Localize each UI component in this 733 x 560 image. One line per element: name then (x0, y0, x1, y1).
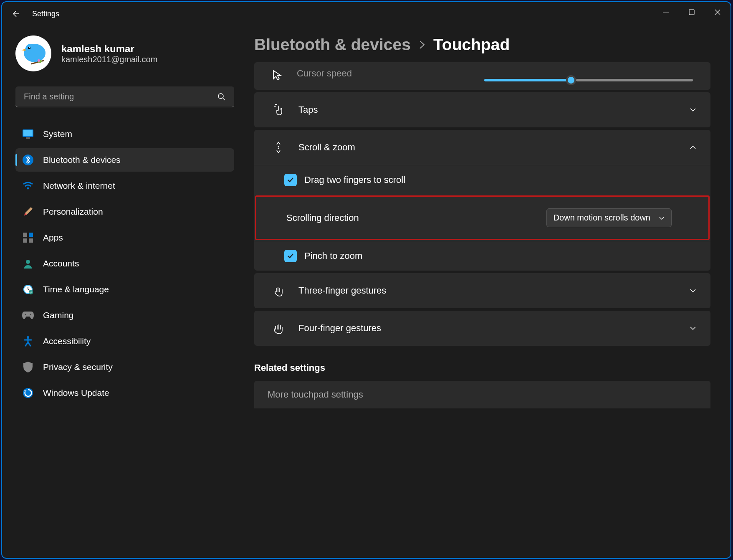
bluetooth-icon (22, 154, 34, 166)
avatar-bird-icon (15, 35, 51, 71)
chevron-down-icon (689, 286, 697, 295)
chevron-down-icon (689, 106, 697, 114)
three-finger-icon (272, 284, 285, 297)
svg-line-12 (223, 98, 225, 100)
cursor-icon (272, 70, 283, 81)
check-icon (287, 176, 294, 184)
nav-time[interactable]: Time & language (15, 278, 234, 301)
profile-name: kamlesh kumar (61, 43, 157, 55)
search-icon (217, 93, 226, 101)
svg-point-32 (278, 146, 279, 147)
back-arrow-icon (11, 10, 20, 18)
system-icon (22, 128, 34, 140)
search-input[interactable] (24, 92, 217, 101)
nav-update[interactable]: Windows Update (15, 381, 234, 405)
pinch-checkbox[interactable] (284, 250, 297, 262)
drag-two-fingers-row[interactable]: Drag two fingers to scroll (254, 165, 710, 195)
settings-window: Settings (1, 1, 731, 559)
pinch-zoom-row[interactable]: Pinch to zoom (254, 241, 710, 271)
apps-icon (22, 232, 34, 243)
drag-checkbox[interactable] (284, 174, 297, 186)
nav-network[interactable]: Network & internet (15, 174, 234, 198)
cursor-speed-slider[interactable] (484, 79, 576, 81)
minimize-icon (663, 9, 669, 15)
chevron-right-icon (419, 40, 425, 49)
svg-rect-19 (29, 233, 33, 237)
breadcrumb-parent[interactable]: Bluetooth & devices (254, 35, 411, 54)
person-icon (22, 258, 34, 269)
svg-point-10 (38, 59, 40, 62)
scroll-icon (272, 141, 285, 154)
cursor-speed-panel[interactable]: Cursor speed (254, 62, 710, 90)
brush-icon (22, 206, 34, 218)
svg-point-6 (25, 44, 35, 54)
profile-email: kamlesh2011@gmail.com (61, 55, 157, 64)
chevron-down-icon (659, 215, 665, 221)
chevron-down-icon (689, 324, 697, 332)
svg-point-11 (218, 94, 223, 99)
back-button[interactable] (5, 4, 25, 24)
nav-privacy[interactable]: Privacy & security (15, 355, 234, 379)
nav-list: System Bluetooth & devices Network & int… (15, 122, 234, 405)
scrolling-direction-dropdown[interactable]: Down motion scrolls down (546, 208, 672, 227)
svg-point-8 (29, 47, 30, 48)
three-finger-panel[interactable]: Three-finger gestures (254, 273, 710, 308)
svg-rect-18 (23, 233, 27, 237)
four-finger-icon (272, 322, 285, 335)
svg-rect-1 (689, 10, 694, 15)
accessibility-icon (22, 335, 34, 347)
close-button[interactable] (705, 2, 730, 22)
gamepad-icon (22, 309, 34, 321)
clock-icon (22, 284, 34, 295)
breadcrumb-current: Touchpad (433, 35, 510, 54)
svg-point-7 (28, 47, 30, 49)
window-controls (653, 2, 730, 22)
more-touchpad-panel[interactable]: More touchpad settings (254, 381, 710, 408)
scroll-zoom-header[interactable]: Scroll & zoom (254, 130, 710, 165)
sidebar: kamlesh kumar kamlesh2011@gmail.com Syst… (2, 25, 244, 558)
close-icon (715, 9, 720, 15)
nav-apps[interactable]: Apps (15, 226, 234, 249)
nav-gaming[interactable]: Gaming (15, 304, 234, 327)
svg-point-27 (29, 290, 33, 294)
svg-point-29 (30, 314, 31, 315)
wifi-icon (22, 180, 34, 192)
nav-system[interactable]: System (15, 122, 234, 146)
nav-accessibility[interactable]: Accessibility (15, 329, 234, 353)
svg-rect-15 (26, 137, 30, 139)
nav-accounts[interactable]: Accounts (15, 252, 234, 275)
svg-point-22 (26, 260, 30, 264)
svg-rect-21 (29, 238, 33, 243)
four-finger-panel[interactable]: Four-finger gestures (254, 311, 710, 346)
content: Bluetooth & devices Touchpad Cursor spee… (244, 25, 730, 558)
svg-rect-14 (23, 130, 33, 136)
search-box[interactable] (15, 86, 234, 107)
scrolling-direction-row: Scrolling direction Down motion scrolls … (255, 195, 710, 240)
breadcrumb: Bluetooth & devices Touchpad (254, 35, 710, 54)
slider-thumb[interactable] (566, 75, 576, 85)
svg-rect-20 (23, 238, 27, 243)
shield-icon (22, 361, 34, 373)
check-icon (287, 252, 294, 260)
profile[interactable]: kamlesh kumar kamlesh2011@gmail.com (15, 35, 234, 71)
tap-icon (272, 103, 285, 117)
minimize-button[interactable] (653, 2, 679, 22)
maximize-icon (689, 9, 695, 15)
taps-panel[interactable]: Taps (254, 92, 710, 127)
avatar (15, 35, 51, 71)
nav-bluetooth[interactable]: Bluetooth & devices (15, 148, 234, 172)
svg-point-33 (278, 148, 279, 149)
update-icon (22, 387, 34, 399)
chevron-up-icon (689, 143, 697, 152)
maximize-button[interactable] (679, 2, 705, 22)
app-title: Settings (32, 10, 59, 18)
svg-point-28 (25, 314, 26, 315)
related-settings-heading: Related settings (254, 362, 710, 373)
scroll-zoom-panel: Scroll & zoom Drag two fingers to scroll… (254, 130, 710, 271)
nav-personalization[interactable]: Personalization (15, 200, 234, 223)
titlebar: Settings (2, 2, 730, 25)
svg-point-17 (27, 188, 29, 190)
